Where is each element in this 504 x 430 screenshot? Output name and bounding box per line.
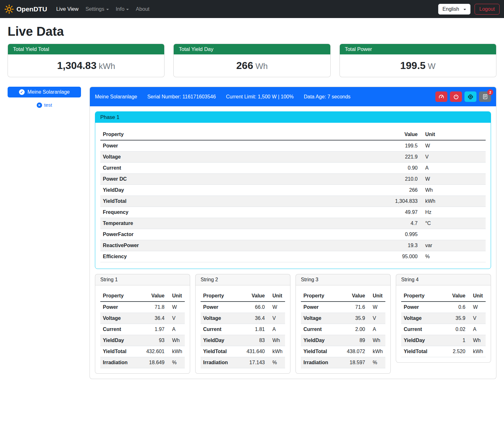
property-cell: Power bbox=[401, 302, 439, 313]
summary-card-body: 266Wh bbox=[174, 54, 330, 77]
summary-card-title: Total Power bbox=[340, 44, 496, 54]
value-cell: 71.8 bbox=[138, 302, 167, 313]
string-card-1: String 1 Property Value Unit bbox=[95, 274, 190, 374]
value-cell: 71.6 bbox=[339, 302, 368, 313]
property-cell: Voltage bbox=[201, 313, 239, 324]
column-header-value: Value bbox=[239, 290, 267, 302]
inverter-actions: 2 bbox=[435, 91, 491, 102]
inverter-select-button[interactable]: ✓ Meine Solaranlage bbox=[8, 87, 81, 97]
value-cell: 93 bbox=[138, 335, 167, 346]
inverter-data-age: Data Age: 7 seconds bbox=[304, 94, 351, 100]
string-card-2: String 2 Property Value Unit bbox=[195, 274, 290, 374]
property-cell: Current bbox=[100, 163, 370, 174]
property-cell: Current bbox=[401, 324, 439, 335]
table-row: Current 1.97 A bbox=[100, 324, 185, 335]
value-cell: 0.995 bbox=[370, 229, 420, 240]
property-cell: Voltage bbox=[301, 313, 339, 324]
unit-cell: Wh bbox=[468, 335, 486, 346]
column-header-unit: Unit bbox=[468, 290, 486, 302]
table-row: Voltage 221.9 V bbox=[100, 152, 486, 163]
table-row: YieldDay 93 Wh bbox=[100, 335, 185, 346]
column-header-property: Property bbox=[301, 290, 339, 302]
event-log-button[interactable]: 2 bbox=[479, 91, 491, 102]
value-cell: 1.97 bbox=[138, 324, 167, 335]
unit-cell: V bbox=[420, 152, 486, 163]
inverter-name: Meine Solaranlage bbox=[95, 94, 137, 100]
summary-cards: Total Yield Total 1,304.83kWh Total Yiel… bbox=[8, 44, 496, 77]
table-row: Voltage 35.9 V bbox=[401, 313, 486, 324]
property-cell: Power DC bbox=[100, 174, 370, 185]
property-cell: Power bbox=[201, 302, 239, 313]
nav-item-settings[interactable]: Settings bbox=[82, 3, 112, 15]
table-row: Voltage 36.4 V bbox=[201, 313, 285, 324]
table-row: YieldDay 266 Wh bbox=[100, 185, 486, 196]
column-header-unit: Unit bbox=[368, 290, 385, 302]
table-row: Current 0.90 A bbox=[100, 163, 486, 174]
property-cell: YieldTotal bbox=[301, 346, 339, 357]
table-header-row: Property Value Unit bbox=[100, 290, 185, 302]
value-cell: 35.9 bbox=[339, 313, 368, 324]
value-cell: 431.640 bbox=[239, 346, 267, 357]
value-cell: 0.90 bbox=[370, 163, 420, 174]
brand[interactable]: OpenDTU bbox=[4, 4, 47, 14]
nav-item-live-view[interactable]: Live View bbox=[53, 3, 82, 15]
summary-unit: W bbox=[428, 61, 436, 71]
phase-card-body: Property Value Unit Power bbox=[95, 123, 491, 269]
unit-cell: Wh bbox=[420, 185, 486, 196]
value-cell: 4.7 bbox=[370, 218, 420, 229]
table-row: YieldDay 1 Wh bbox=[401, 335, 486, 346]
unit-cell: Wh bbox=[167, 335, 185, 346]
power-control-button[interactable] bbox=[450, 91, 462, 102]
logout-button[interactable]: Logout bbox=[475, 4, 500, 15]
table-row: Power 66.0 W bbox=[201, 302, 285, 313]
property-cell: Irradiation bbox=[301, 357, 339, 368]
column-header-property: Property bbox=[401, 290, 439, 302]
table-row: Temperature 4.7 °C bbox=[100, 218, 486, 229]
language-select[interactable]: English bbox=[438, 4, 470, 15]
value-cell: 1,304.833 bbox=[370, 196, 420, 207]
property-cell: Frequency bbox=[100, 207, 370, 218]
chevron-down-icon bbox=[106, 9, 109, 10]
inverter-item-test[interactable]: ✕ test bbox=[8, 102, 81, 108]
property-cell: Power bbox=[100, 302, 138, 313]
column-header-unit: Unit bbox=[167, 290, 185, 302]
column-header-property: Property bbox=[100, 290, 138, 302]
value-cell: 0.6 bbox=[439, 302, 468, 313]
property-cell: YieldDay bbox=[201, 335, 239, 346]
value-cell: 1 bbox=[439, 335, 468, 346]
inverter-card: Meine Solaranlage Serial Number: 1161716… bbox=[90, 87, 496, 379]
page-content: Live Data Total Yield Total 1,304.83kWh … bbox=[0, 24, 504, 389]
nav-item-info[interactable]: Info bbox=[112, 3, 133, 15]
column-header-property: Property bbox=[201, 290, 239, 302]
value-cell: 49.97 bbox=[370, 207, 420, 218]
table-header-row: Property Value Unit bbox=[201, 290, 285, 302]
table-row: Power 0.6 W bbox=[401, 302, 486, 313]
device-info-button[interactable] bbox=[464, 91, 476, 102]
value-cell: 89 bbox=[339, 335, 368, 346]
unit-cell: kWh bbox=[267, 346, 285, 357]
value-cell: 36.4 bbox=[138, 313, 167, 324]
limit-settings-button[interactable] bbox=[435, 91, 447, 102]
table-header-row: Property Value Unit bbox=[301, 290, 385, 302]
string-table: Property Value Unit bbox=[201, 290, 285, 368]
value-cell: 266 bbox=[370, 185, 420, 196]
column-header-value: Value bbox=[138, 290, 167, 302]
table-header-row: Property Value Unit bbox=[100, 129, 486, 140]
property-cell: YieldDay bbox=[100, 185, 370, 196]
property-cell: YieldTotal bbox=[401, 346, 439, 357]
summary-card: Total Yield Day 266Wh bbox=[173, 44, 330, 77]
phase-card: Phase 1 Property Value Unit bbox=[95, 111, 491, 269]
property-cell: Current bbox=[100, 324, 138, 335]
string-cards: String 1 Property Value Unit bbox=[95, 274, 491, 374]
table-row: Current 1.81 A bbox=[201, 324, 285, 335]
nav-item-label: Live View bbox=[56, 6, 78, 12]
nav-item-about[interactable]: About bbox=[132, 3, 153, 15]
unit-cell: var bbox=[420, 240, 486, 251]
unit-cell: °C bbox=[420, 218, 486, 229]
summary-value: 199.5 bbox=[400, 60, 426, 71]
summary-unit: Wh bbox=[255, 61, 268, 71]
table-row: Irradiation 18.597 % bbox=[301, 357, 385, 368]
unit-cell: A bbox=[167, 324, 185, 335]
unit-cell: % bbox=[167, 357, 185, 368]
string-card-title: String 3 bbox=[296, 274, 390, 285]
